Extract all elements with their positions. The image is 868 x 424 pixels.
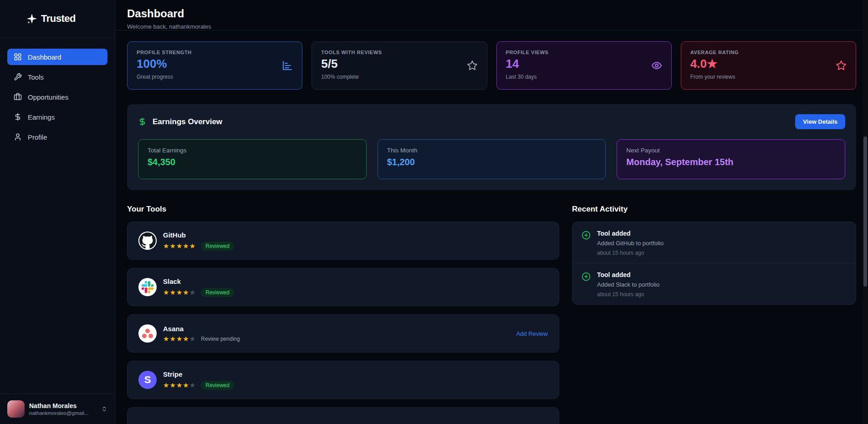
tool-name: Stripe xyxy=(163,370,548,378)
dollar-icon xyxy=(138,117,147,126)
recent-activity-title: Recent Activity xyxy=(572,205,856,214)
chevrons-up-down-icon xyxy=(101,406,107,412)
tool-name: GitHub xyxy=(163,231,548,239)
user-icon xyxy=(14,133,22,141)
main-area: Dashboard Welcome back, nathankmorales P… xyxy=(115,0,868,424)
sidebar-nav: DashboardToolsOpportunitiesEarningsProfi… xyxy=(0,38,115,394)
activity-description: Added GitHub to portfolio xyxy=(597,240,664,247)
bar-chart-icon xyxy=(282,60,293,71)
stat-label: PROFILE VIEWS xyxy=(506,50,662,55)
sidebar-item-label: Profile xyxy=(28,133,47,141)
star-rating: ★★★★★ xyxy=(163,289,196,296)
scrollbar-thumb[interactable] xyxy=(863,136,867,287)
your-tools-title: Your Tools xyxy=(127,205,559,214)
earnings-cards: Total Earnings$4,350This Month$1,200Next… xyxy=(138,139,845,179)
stat-caption: Great progress xyxy=(137,74,293,80)
star-rating: ★★★★★ xyxy=(163,335,196,342)
activity-item: Tool addedAdded GitHub to portfolioabout… xyxy=(572,222,856,263)
review-pending-text: Review pending xyxy=(201,336,240,342)
stat-label: AVERAGE RATING xyxy=(690,50,847,55)
activity-item: Tool addedAdded Slack to portfolioabout … xyxy=(572,263,856,304)
user-meta: Nathan Morales nathankmorales@gmail... xyxy=(29,402,101,416)
star-icon xyxy=(467,60,478,71)
stripe-logo: S xyxy=(138,371,157,389)
star-empty-icon: ★ xyxy=(189,288,196,296)
eye-icon xyxy=(651,60,662,71)
sparkles-icon xyxy=(26,13,37,24)
dashboard-icon xyxy=(14,53,22,61)
stat-value: 14 xyxy=(506,57,662,71)
stat-card-tools-with-reviews: TOOLS WITH REVIEWS5/5100% complete xyxy=(311,41,487,90)
tool-card-stripe: SStripe★★★★★Reviewed xyxy=(127,361,559,399)
add-review-link[interactable]: Add Review xyxy=(516,330,548,337)
earnings-overview-panel: Earnings Overview View Details Total Ear… xyxy=(127,104,856,190)
star-filled-icon: ★ xyxy=(183,242,189,250)
star-filled-icon: ★ xyxy=(183,288,189,296)
reviewed-badge: Reviewed xyxy=(201,288,234,297)
tool-name: Slack xyxy=(163,278,548,285)
page-title: Dashboard xyxy=(127,7,868,20)
user-menu[interactable]: Nathan Morales nathankmorales@gmail... xyxy=(0,394,115,424)
activity-time: about 15 hours ago xyxy=(597,250,664,256)
app-window: Trusted DashboardToolsOpportunitiesEarni… xyxy=(0,0,868,424)
tool-name: Asana xyxy=(163,325,516,333)
earnings-card-total-earnings: Total Earnings$4,350 xyxy=(138,139,367,179)
sidebar-item-label: Opportunities xyxy=(28,93,68,101)
brand-name: Trusted xyxy=(41,13,76,25)
dollar-icon xyxy=(14,113,22,121)
stat-caption: Last 30 days xyxy=(506,74,662,80)
sidebar-item-opportunities[interactable]: Opportunities xyxy=(7,89,107,105)
star-rating: ★★★★★ xyxy=(163,242,196,249)
sidebar-item-profile[interactable]: Profile xyxy=(7,129,107,145)
earnings-card-value: $1,200 xyxy=(387,157,597,167)
star-filled-icon: ★ xyxy=(169,242,176,250)
stat-card-profile-views: PROFILE VIEWS14Last 30 days xyxy=(496,41,672,90)
star-empty-icon: ★ xyxy=(189,381,196,389)
activity-description: Added Slack to portfolio xyxy=(597,281,659,288)
star-filled-icon: ★ xyxy=(163,381,169,389)
activity-card: Tool addedAdded GitHub to portfolioabout… xyxy=(572,222,856,305)
earnings-card-value: Monday, September 15th xyxy=(626,157,836,167)
star-filled-icon: ★ xyxy=(163,335,169,343)
sidebar-item-dashboard[interactable]: Dashboard xyxy=(7,49,107,65)
sidebar-item-tools[interactable]: Tools xyxy=(7,69,107,85)
star-glyph: ★ xyxy=(707,57,717,71)
reviewed-badge: Reviewed xyxy=(201,381,234,390)
stat-card-profile-strength: PROFILE STRENGTH100%Great progress xyxy=(127,41,302,90)
slack-logo xyxy=(138,278,157,296)
github-logo xyxy=(138,232,157,250)
star-filled-icon: ★ xyxy=(189,242,196,250)
stat-caption: 100% complete xyxy=(321,74,477,80)
github-logo xyxy=(138,232,157,250)
page-subtitle: Welcome back, nathankmorales xyxy=(127,23,868,30)
wrench-icon xyxy=(14,73,22,81)
earnings-card-value: $4,350 xyxy=(148,157,357,167)
recent-activity-section: Recent Activity Tool addedAdded GitHub t… xyxy=(572,205,856,424)
star-icon xyxy=(836,60,847,71)
avatar xyxy=(7,400,25,418)
sidebar-item-label: Tools xyxy=(28,73,44,81)
scrollbar-track[interactable] xyxy=(863,0,868,424)
activity-time: about 15 hours ago xyxy=(597,291,659,298)
activity-title: Tool added xyxy=(597,271,659,278)
user-name: Nathan Morales xyxy=(29,402,101,409)
earnings-card-label: This Month xyxy=(387,147,597,154)
sidebar-item-label: Dashboard xyxy=(28,53,61,61)
your-tools-section: Your Tools GitHub★★★★★ReviewedSlack★★★★★… xyxy=(127,205,559,424)
earnings-card-label: Total Earnings xyxy=(148,147,357,154)
activity-title: Tool added xyxy=(597,230,664,237)
briefcase-icon xyxy=(14,93,22,101)
reviewed-badge: Reviewed xyxy=(201,242,234,251)
stat-value: 100% xyxy=(137,57,293,71)
star-filled-icon: ★ xyxy=(183,335,189,343)
view-details-button[interactable]: View Details xyxy=(795,114,845,129)
star-filled-icon: ★ xyxy=(163,242,169,250)
stat-card-average-rating: AVERAGE RATING4.0★From your reviews xyxy=(681,41,856,90)
sidebar-item-label: Earnings xyxy=(28,113,55,121)
content: PROFILE STRENGTH100%Great progressTOOLS … xyxy=(115,30,868,424)
stat-cards: PROFILE STRENGTH100%Great progressTOOLS … xyxy=(127,41,856,90)
sidebar-item-earnings[interactable]: Earnings xyxy=(7,109,107,125)
star-filled-icon: ★ xyxy=(169,335,176,343)
brand-logo: Trusted xyxy=(0,0,115,38)
stat-value: 4.0★ xyxy=(690,57,847,71)
